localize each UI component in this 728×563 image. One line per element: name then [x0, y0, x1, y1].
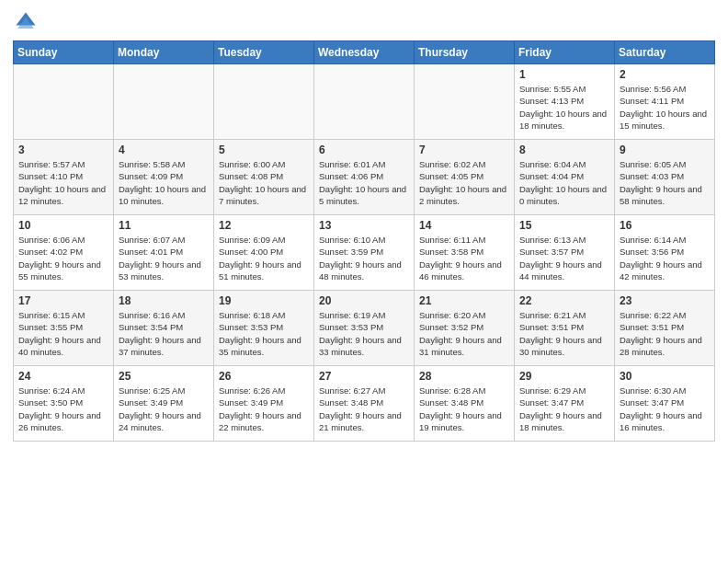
day-number: 22 [519, 294, 609, 307]
day-number: 21 [419, 294, 509, 307]
calendar-cell: 3Sunrise: 5:57 AMSunset: 4:10 PMDaylight… [14, 140, 114, 215]
day-info: Sunrise: 6:30 AMSunset: 3:47 PMDaylight:… [620, 385, 710, 433]
calendar-header-friday: Friday [515, 41, 615, 64]
day-info: Sunrise: 5:56 AMSunset: 4:11 PMDaylight:… [620, 83, 710, 132]
calendar-cell: 25Sunrise: 6:25 AMSunset: 3:49 PMDayligh… [114, 366, 214, 442]
calendar-cell: 16Sunrise: 6:14 AMSunset: 3:56 PMDayligh… [615, 215, 715, 291]
calendar-week-3: 17Sunrise: 6:15 AMSunset: 3:55 PMDayligh… [14, 291, 715, 366]
day-info: Sunrise: 6:02 AMSunset: 4:05 PMDaylight:… [419, 158, 509, 207]
header [13, 9, 715, 35]
day-info: Sunrise: 6:13 AMSunset: 3:57 PMDaylight:… [519, 234, 609, 282]
day-number: 14 [419, 219, 509, 232]
logo [13, 9, 42, 35]
calendar-week-1: 3Sunrise: 5:57 AMSunset: 4:10 PMDaylight… [14, 140, 715, 215]
day-info: Sunrise: 6:20 AMSunset: 3:52 PMDaylight:… [419, 309, 509, 358]
day-number: 15 [519, 219, 609, 232]
day-number: 29 [519, 370, 609, 383]
day-number: 18 [119, 294, 209, 307]
calendar-cell: 15Sunrise: 6:13 AMSunset: 3:57 PMDayligh… [515, 215, 615, 291]
day-number: 26 [219, 370, 309, 383]
day-number: 11 [119, 219, 209, 232]
calendar-week-4: 24Sunrise: 6:24 AMSunset: 3:50 PMDayligh… [14, 366, 715, 442]
calendar-cell: 28Sunrise: 6:28 AMSunset: 3:48 PMDayligh… [415, 366, 515, 442]
calendar-cell: 24Sunrise: 6:24 AMSunset: 3:50 PMDayligh… [14, 366, 114, 442]
calendar-cell: 1Sunrise: 5:55 AMSunset: 4:13 PMDaylight… [515, 64, 615, 140]
calendar-cell [14, 64, 114, 140]
calendar-cell: 14Sunrise: 6:11 AMSunset: 3:58 PMDayligh… [415, 215, 515, 291]
day-info: Sunrise: 6:04 AMSunset: 4:04 PMDaylight:… [519, 158, 609, 207]
calendar-cell: 22Sunrise: 6:21 AMSunset: 3:51 PMDayligh… [515, 291, 615, 366]
day-number: 4 [119, 144, 209, 156]
day-info: Sunrise: 5:57 AMSunset: 4:10 PMDaylight:… [18, 158, 108, 207]
calendar-cell [415, 64, 515, 140]
calendar-cell: 17Sunrise: 6:15 AMSunset: 3:55 PMDayligh… [14, 291, 114, 366]
calendar-cell: 4Sunrise: 5:58 AMSunset: 4:09 PMDaylight… [114, 140, 214, 215]
day-number: 12 [219, 219, 309, 232]
day-number: 10 [18, 219, 108, 232]
calendar-cell: 6Sunrise: 6:01 AMSunset: 4:06 PMDaylight… [314, 140, 415, 215]
calendar-cell: 21Sunrise: 6:20 AMSunset: 3:52 PMDayligh… [415, 291, 515, 366]
day-info: Sunrise: 6:21 AMSunset: 3:51 PMDaylight:… [519, 309, 609, 358]
calendar-cell: 23Sunrise: 6:22 AMSunset: 3:51 PMDayligh… [615, 291, 715, 366]
day-info: Sunrise: 6:26 AMSunset: 3:49 PMDaylight:… [219, 385, 309, 433]
day-number: 27 [319, 370, 409, 383]
calendar-header-monday: Monday [114, 41, 214, 64]
day-number: 6 [319, 144, 409, 156]
calendar-header-saturday: Saturday [615, 41, 715, 64]
calendar-header-thursday: Thursday [415, 41, 515, 64]
day-number: 9 [620, 144, 710, 156]
day-info: Sunrise: 5:55 AMSunset: 4:13 PMDaylight:… [519, 83, 609, 132]
day-number: 13 [319, 219, 409, 232]
calendar-cell: 30Sunrise: 6:30 AMSunset: 3:47 PMDayligh… [615, 366, 715, 442]
calendar-cell: 13Sunrise: 6:10 AMSunset: 3:59 PMDayligh… [314, 215, 415, 291]
day-number: 25 [119, 370, 209, 383]
day-info: Sunrise: 5:58 AMSunset: 4:09 PMDaylight:… [119, 158, 209, 207]
day-info: Sunrise: 6:29 AMSunset: 3:47 PMDaylight:… [519, 385, 609, 433]
day-info: Sunrise: 6:00 AMSunset: 4:08 PMDaylight:… [219, 158, 309, 207]
calendar-cell: 19Sunrise: 6:18 AMSunset: 3:53 PMDayligh… [214, 291, 314, 366]
day-number: 7 [419, 144, 509, 156]
day-number: 1 [519, 68, 609, 81]
day-number: 17 [18, 294, 108, 307]
day-info: Sunrise: 6:07 AMSunset: 4:01 PMDaylight:… [119, 234, 209, 282]
day-info: Sunrise: 6:10 AMSunset: 3:59 PMDaylight:… [319, 234, 409, 282]
calendar-cell: 9Sunrise: 6:05 AMSunset: 4:03 PMDaylight… [615, 140, 715, 215]
day-info: Sunrise: 6:05 AMSunset: 4:03 PMDaylight:… [620, 158, 710, 207]
day-number: 5 [219, 144, 309, 156]
calendar-header-row: SundayMondayTuesdayWednesdayThursdayFrid… [14, 41, 715, 64]
day-info: Sunrise: 6:06 AMSunset: 4:02 PMDaylight:… [18, 234, 108, 282]
day-info: Sunrise: 6:14 AMSunset: 3:56 PMDaylight:… [620, 234, 710, 282]
day-number: 2 [620, 68, 710, 81]
day-info: Sunrise: 6:22 AMSunset: 3:51 PMDaylight:… [620, 309, 710, 358]
calendar-week-2: 10Sunrise: 6:06 AMSunset: 4:02 PMDayligh… [14, 215, 715, 291]
calendar-header-wednesday: Wednesday [314, 41, 415, 64]
calendar-cell [214, 64, 314, 140]
calendar-cell: 8Sunrise: 6:04 AMSunset: 4:04 PMDaylight… [515, 140, 615, 215]
day-number: 24 [18, 370, 108, 383]
day-info: Sunrise: 6:01 AMSunset: 4:06 PMDaylight:… [319, 158, 409, 207]
day-info: Sunrise: 6:25 AMSunset: 3:49 PMDaylight:… [119, 385, 209, 433]
calendar-week-0: 1Sunrise: 5:55 AMSunset: 4:13 PMDaylight… [14, 64, 715, 140]
calendar-header-tuesday: Tuesday [214, 41, 314, 64]
calendar-cell: 18Sunrise: 6:16 AMSunset: 3:54 PMDayligh… [114, 291, 214, 366]
calendar-table: SundayMondayTuesdayWednesdayThursdayFrid… [13, 40, 715, 442]
day-number: 16 [620, 219, 710, 232]
day-number: 8 [519, 144, 609, 156]
day-info: Sunrise: 6:09 AMSunset: 4:00 PMDaylight:… [219, 234, 309, 282]
day-info: Sunrise: 6:27 AMSunset: 3:48 PMDaylight:… [319, 385, 409, 433]
page: SundayMondayTuesdayWednesdayThursdayFrid… [0, 0, 728, 451]
calendar-cell: 20Sunrise: 6:19 AMSunset: 3:53 PMDayligh… [314, 291, 415, 366]
calendar-cell: 7Sunrise: 6:02 AMSunset: 4:05 PMDaylight… [415, 140, 515, 215]
calendar-cell: 2Sunrise: 5:56 AMSunset: 4:11 PMDaylight… [615, 64, 715, 140]
calendar-cell: 12Sunrise: 6:09 AMSunset: 4:00 PMDayligh… [214, 215, 314, 291]
calendar-cell: 27Sunrise: 6:27 AMSunset: 3:48 PMDayligh… [314, 366, 415, 442]
calendar-cell: 5Sunrise: 6:00 AMSunset: 4:08 PMDaylight… [214, 140, 314, 215]
day-info: Sunrise: 6:18 AMSunset: 3:53 PMDaylight:… [219, 309, 309, 358]
day-info: Sunrise: 6:28 AMSunset: 3:48 PMDaylight:… [419, 385, 509, 433]
day-number: 28 [419, 370, 509, 383]
calendar-cell: 26Sunrise: 6:26 AMSunset: 3:49 PMDayligh… [214, 366, 314, 442]
logo-icon [13, 9, 39, 35]
day-info: Sunrise: 6:24 AMSunset: 3:50 PMDaylight:… [18, 385, 108, 433]
day-number: 3 [18, 144, 108, 156]
calendar-cell [114, 64, 214, 140]
